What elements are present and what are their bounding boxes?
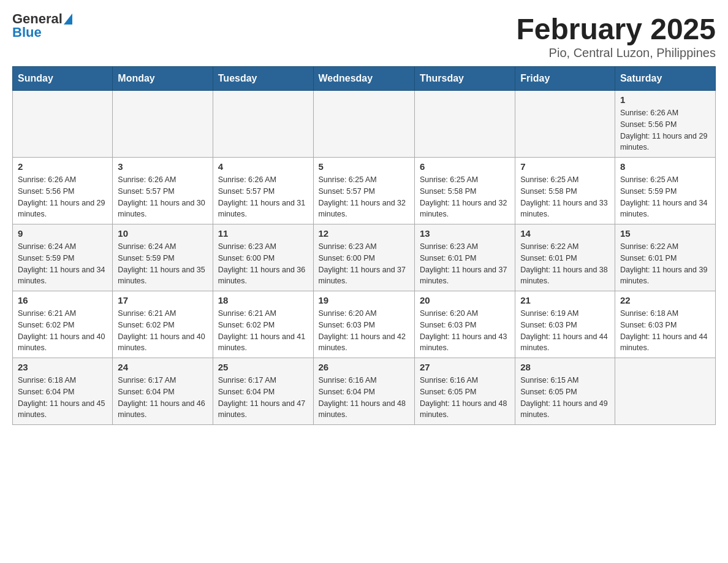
day-number: 22 — [620, 295, 710, 305]
day-number: 2 — [18, 161, 107, 172]
calendar-day-cell — [615, 358, 715, 425]
calendar-day-cell: 25Sunrise: 6:17 AMSunset: 6:04 PMDayligh… — [213, 358, 313, 425]
day-number: 16 — [18, 295, 107, 305]
logo: General Blue — [12, 12, 72, 39]
calendar-day-cell: 4Sunrise: 6:26 AMSunset: 5:57 PMDaylight… — [213, 158, 313, 224]
calendar-day-cell: 6Sunrise: 6:25 AMSunset: 5:58 PMDaylight… — [414, 158, 515, 224]
calendar-table: SundayMondayTuesdayWednesdayThursdayFrid… — [12, 66, 716, 425]
day-number: 19 — [319, 295, 409, 305]
day-number: 1 — [620, 94, 710, 105]
day-info: Sunrise: 6:18 AMSunset: 6:03 PMDaylight:… — [620, 308, 710, 354]
calendar-day-cell: 24Sunrise: 6:17 AMSunset: 6:04 PMDayligh… — [113, 358, 213, 425]
day-number: 27 — [420, 362, 510, 372]
calendar-day-cell: 28Sunrise: 6:15 AMSunset: 6:05 PMDayligh… — [515, 358, 615, 425]
calendar-day-cell: 8Sunrise: 6:25 AMSunset: 5:59 PMDaylight… — [615, 158, 715, 224]
calendar-week-row: 1Sunrise: 6:26 AMSunset: 5:56 PMDaylight… — [13, 91, 716, 158]
day-number: 25 — [218, 362, 308, 372]
weekday-header-friday: Friday — [515, 67, 615, 91]
calendar-day-cell: 7Sunrise: 6:25 AMSunset: 5:58 PMDaylight… — [515, 158, 615, 224]
calendar-week-row: 16Sunrise: 6:21 AMSunset: 6:02 PMDayligh… — [13, 291, 716, 358]
calendar-day-cell — [313, 91, 414, 158]
day-info: Sunrise: 6:20 AMSunset: 6:03 PMDaylight:… — [420, 308, 510, 354]
calendar-day-cell — [213, 91, 313, 158]
day-info: Sunrise: 6:23 AMSunset: 6:01 PMDaylight:… — [420, 241, 510, 287]
calendar-day-cell: 17Sunrise: 6:21 AMSunset: 6:02 PMDayligh… — [113, 291, 213, 358]
day-number: 23 — [18, 362, 107, 372]
day-info: Sunrise: 6:17 AMSunset: 6:04 PMDaylight:… — [118, 375, 207, 421]
day-number: 24 — [118, 362, 207, 372]
day-number: 6 — [420, 161, 510, 172]
calendar-day-cell: 10Sunrise: 6:24 AMSunset: 5:59 PMDayligh… — [113, 224, 213, 291]
day-info: Sunrise: 6:20 AMSunset: 6:03 PMDaylight:… — [319, 308, 409, 354]
calendar-day-cell: 20Sunrise: 6:20 AMSunset: 6:03 PMDayligh… — [414, 291, 515, 358]
day-info: Sunrise: 6:25 AMSunset: 5:58 PMDaylight:… — [520, 174, 610, 220]
day-info: Sunrise: 6:25 AMSunset: 5:57 PMDaylight:… — [319, 174, 409, 220]
weekday-header-row: SundayMondayTuesdayWednesdayThursdayFrid… — [13, 67, 716, 91]
calendar-body: 1Sunrise: 6:26 AMSunset: 5:56 PMDaylight… — [13, 91, 716, 425]
day-number: 3 — [118, 161, 207, 172]
logo-text-blue: Blue — [12, 25, 42, 40]
calendar-day-cell: 18Sunrise: 6:21 AMSunset: 6:02 PMDayligh… — [213, 291, 313, 358]
day-info: Sunrise: 6:23 AMSunset: 6:00 PMDaylight:… — [319, 241, 409, 287]
weekday-header-saturday: Saturday — [615, 67, 715, 91]
day-number: 8 — [620, 161, 710, 172]
calendar-subtitle: Pio, Central Luzon, Philippines — [516, 46, 716, 60]
calendar-day-cell: 2Sunrise: 6:26 AMSunset: 5:56 PMDaylight… — [13, 158, 113, 224]
day-number: 7 — [520, 161, 610, 172]
day-number: 5 — [319, 161, 409, 172]
day-info: Sunrise: 6:26 AMSunset: 5:57 PMDaylight:… — [118, 174, 207, 220]
day-info: Sunrise: 6:16 AMSunset: 6:05 PMDaylight:… — [420, 375, 510, 421]
day-number: 12 — [319, 228, 409, 239]
calendar-day-cell — [414, 91, 515, 158]
page-header: General Blue February 2025 Pio, Central … — [12, 12, 716, 60]
calendar-day-cell: 13Sunrise: 6:23 AMSunset: 6:01 PMDayligh… — [414, 224, 515, 291]
day-number: 20 — [420, 295, 510, 305]
calendar-day-cell: 15Sunrise: 6:22 AMSunset: 6:01 PMDayligh… — [615, 224, 715, 291]
calendar-day-cell: 12Sunrise: 6:23 AMSunset: 6:00 PMDayligh… — [313, 224, 414, 291]
weekday-header-thursday: Thursday — [414, 67, 515, 91]
calendar-day-cell: 19Sunrise: 6:20 AMSunset: 6:03 PMDayligh… — [313, 291, 414, 358]
day-number: 4 — [218, 161, 308, 172]
calendar-header: SundayMondayTuesdayWednesdayThursdayFrid… — [13, 67, 716, 91]
calendar-day-cell: 23Sunrise: 6:18 AMSunset: 6:04 PMDayligh… — [13, 358, 113, 425]
calendar-day-cell — [13, 91, 113, 158]
day-info: Sunrise: 6:17 AMSunset: 6:04 PMDaylight:… — [218, 375, 308, 421]
calendar-week-row: 23Sunrise: 6:18 AMSunset: 6:04 PMDayligh… — [13, 358, 716, 425]
day-info: Sunrise: 6:24 AMSunset: 5:59 PMDaylight:… — [18, 241, 107, 287]
weekday-header-wednesday: Wednesday — [313, 67, 414, 91]
calendar-week-row: 2Sunrise: 6:26 AMSunset: 5:56 PMDaylight… — [13, 158, 716, 224]
day-number: 14 — [520, 228, 610, 239]
calendar-day-cell: 22Sunrise: 6:18 AMSunset: 6:03 PMDayligh… — [615, 291, 715, 358]
calendar-title: February 2025 — [516, 12, 716, 46]
day-info: Sunrise: 6:23 AMSunset: 6:00 PMDaylight:… — [218, 241, 308, 287]
calendar-day-cell: 16Sunrise: 6:21 AMSunset: 6:02 PMDayligh… — [13, 291, 113, 358]
calendar-day-cell: 14Sunrise: 6:22 AMSunset: 6:01 PMDayligh… — [515, 224, 615, 291]
calendar-day-cell: 3Sunrise: 6:26 AMSunset: 5:57 PMDaylight… — [113, 158, 213, 224]
calendar-day-cell — [113, 91, 213, 158]
calendar-day-cell: 5Sunrise: 6:25 AMSunset: 5:57 PMDaylight… — [313, 158, 414, 224]
day-info: Sunrise: 6:21 AMSunset: 6:02 PMDaylight:… — [218, 308, 308, 354]
day-info: Sunrise: 6:22 AMSunset: 6:01 PMDaylight:… — [620, 241, 710, 287]
calendar-day-cell: 27Sunrise: 6:16 AMSunset: 6:05 PMDayligh… — [414, 358, 515, 425]
calendar-day-cell: 26Sunrise: 6:16 AMSunset: 6:04 PMDayligh… — [313, 358, 414, 425]
logo-text-general: General — [12, 12, 63, 26]
day-info: Sunrise: 6:26 AMSunset: 5:56 PMDaylight:… — [620, 107, 710, 153]
weekday-header-sunday: Sunday — [13, 67, 113, 91]
day-info: Sunrise: 6:21 AMSunset: 6:02 PMDaylight:… — [18, 308, 107, 354]
day-info: Sunrise: 6:19 AMSunset: 6:03 PMDaylight:… — [520, 308, 610, 354]
weekday-header-monday: Monday — [113, 67, 213, 91]
day-number: 9 — [18, 228, 107, 239]
day-info: Sunrise: 6:21 AMSunset: 6:02 PMDaylight:… — [118, 308, 207, 354]
day-info: Sunrise: 6:26 AMSunset: 5:57 PMDaylight:… — [218, 174, 308, 220]
day-info: Sunrise: 6:26 AMSunset: 5:56 PMDaylight:… — [18, 174, 107, 220]
day-info: Sunrise: 6:16 AMSunset: 6:04 PMDaylight:… — [319, 375, 409, 421]
calendar-day-cell: 21Sunrise: 6:19 AMSunset: 6:03 PMDayligh… — [515, 291, 615, 358]
day-number: 18 — [218, 295, 308, 305]
calendar-day-cell: 11Sunrise: 6:23 AMSunset: 6:00 PMDayligh… — [213, 224, 313, 291]
day-info: Sunrise: 6:15 AMSunset: 6:05 PMDaylight:… — [520, 375, 610, 421]
calendar-day-cell: 9Sunrise: 6:24 AMSunset: 5:59 PMDaylight… — [13, 224, 113, 291]
day-number: 13 — [420, 228, 510, 239]
day-info: Sunrise: 6:18 AMSunset: 6:04 PMDaylight:… — [18, 375, 107, 421]
day-number: 10 — [118, 228, 207, 239]
day-info: Sunrise: 6:25 AMSunset: 5:58 PMDaylight:… — [420, 174, 510, 220]
